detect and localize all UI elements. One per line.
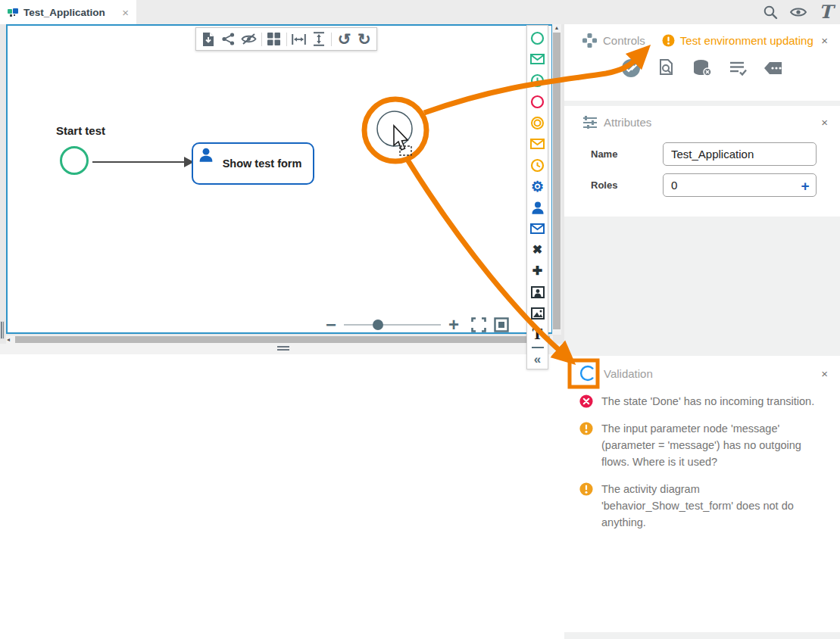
tag-more-icon[interactable] xyxy=(763,58,783,78)
redo-icon[interactable]: ↻ xyxy=(357,31,372,48)
toolbar-divider xyxy=(286,33,287,46)
warning-icon xyxy=(662,34,675,47)
error-icon xyxy=(579,394,593,410)
top-bar: Test_Application × T xyxy=(0,0,840,24)
attributes-close-icon[interactable]: × xyxy=(821,117,828,128)
palette-state-orange-icon[interactable] xyxy=(527,112,548,133)
add-role-button[interactable]: + xyxy=(797,177,813,194)
palette-message-orange-icon[interactable] xyxy=(527,133,548,154)
publish-check-icon[interactable] xyxy=(621,58,641,78)
controls-close-icon[interactable]: × xyxy=(821,35,828,46)
eye-icon[interactable] xyxy=(790,6,807,18)
scroll-up-icon[interactable]: ▲ xyxy=(552,25,561,30)
palette-user-icon[interactable] xyxy=(527,197,548,218)
controls-title: Controls xyxy=(603,34,645,47)
database-reset-icon[interactable] xyxy=(692,58,712,78)
hide-eye-off-icon[interactable] xyxy=(241,31,257,48)
search-icon[interactable] xyxy=(763,5,778,20)
fullscreen-icon[interactable] xyxy=(471,317,486,332)
layout-grid-icon[interactable] xyxy=(267,31,282,48)
right-panel: Controls Test environment updating × xyxy=(564,24,840,639)
tab-title: Test_Application xyxy=(23,7,117,18)
validation-panel: Validation × The state 'Done' has no inc… xyxy=(564,356,840,632)
task-node-show-test-form[interactable]: Show test form xyxy=(192,142,314,185)
palette-state-red-icon[interactable] xyxy=(527,91,548,112)
palette-divider xyxy=(532,347,544,348)
user-task-icon xyxy=(198,148,214,162)
diagram-canvas[interactable]: Start test Show test form ↺ ↻ xyxy=(6,24,553,334)
palette-collapse-icon[interactable]: « xyxy=(527,351,548,367)
toolbar-divider xyxy=(331,33,332,46)
match-width-icon[interactable] xyxy=(292,31,307,48)
warning-icon xyxy=(579,482,593,531)
start-event-node[interactable] xyxy=(60,146,89,175)
validation-title: Validation xyxy=(604,367,653,380)
scroll-left-icon[interactable]: ◂ xyxy=(7,336,10,343)
controls-icon xyxy=(582,33,597,48)
left-panel-grip[interactable] xyxy=(0,321,5,339)
attributes-sliders-icon xyxy=(582,115,598,129)
validation-message-text: The state 'Done' has no incoming transit… xyxy=(601,393,817,410)
vertical-scroll-thumb[interactable] xyxy=(553,33,561,329)
validation-message-row[interactable]: The input parameter node 'message' (para… xyxy=(564,415,840,475)
palette-settings-gear-icon[interactable]: ⚙ xyxy=(527,176,548,197)
roles-field-label: Roles xyxy=(591,179,617,191)
horizontal-scroll-thumb[interactable] xyxy=(15,336,550,343)
validation-close-icon[interactable]: × xyxy=(821,368,828,379)
app-model-icon xyxy=(8,7,18,17)
fit-to-screen-icon[interactable] xyxy=(494,317,509,332)
canvas-horizontal-scrollbar[interactable]: ◂ xyxy=(6,335,553,344)
palette-text-icon[interactable]: T xyxy=(527,324,548,345)
export-download-icon[interactable] xyxy=(201,31,216,48)
attributes-title: Attributes xyxy=(604,116,651,129)
attributes-panel: Attributes × Name Roles + xyxy=(564,106,840,217)
share-icon[interactable] xyxy=(220,31,236,48)
environment-status-text: Test environment updating xyxy=(680,34,813,47)
validation-spinner-icon xyxy=(578,363,598,383)
match-height-icon[interactable] xyxy=(311,31,326,48)
palette-message-blue-icon[interactable] xyxy=(527,218,548,239)
tab-close-icon[interactable]: × xyxy=(122,7,129,18)
checklist-icon[interactable] xyxy=(728,58,748,78)
tab-test-application[interactable]: Test_Application × xyxy=(0,0,136,24)
app-logo[interactable]: T xyxy=(819,3,832,21)
palette-message-teal-icon[interactable] xyxy=(527,48,548,70)
validation-message-row[interactable]: The activity diagram 'behavior_Show_test… xyxy=(564,475,840,536)
horizontal-splitter[interactable] xyxy=(0,344,564,354)
task-label: Show test form xyxy=(214,144,310,183)
splitter-handle-icon[interactable] xyxy=(277,346,289,352)
undo-icon[interactable]: ↺ xyxy=(336,31,351,48)
zoom-controls: − + xyxy=(326,315,529,335)
controls-panel: Controls Test environment updating × xyxy=(564,24,840,101)
palette-state-teal-icon[interactable] xyxy=(527,27,548,48)
bottom-panel xyxy=(0,354,564,639)
canvas-vertical-scrollbar[interactable]: ▲ xyxy=(552,24,561,335)
roles-input[interactable] xyxy=(663,173,817,197)
zoom-out-icon[interactable]: − xyxy=(326,316,336,334)
validation-message-text: The input parameter node 'message' (para… xyxy=(601,420,817,470)
palette-timer-teal-icon[interactable] xyxy=(527,70,548,91)
palette-portrait-icon[interactable] xyxy=(527,282,548,303)
palette-add-plus-icon[interactable]: ✚ xyxy=(527,260,548,282)
warning-icon xyxy=(579,422,593,470)
name-field-label: Name xyxy=(591,148,617,160)
palette-image-icon[interactable] xyxy=(527,303,548,324)
canvas-toolbar: ↺ ↻ xyxy=(195,27,377,51)
zoom-in-icon[interactable]: + xyxy=(448,316,459,334)
palette-delete-x-icon[interactable]: ✖ xyxy=(527,239,548,260)
preview-search-icon[interactable] xyxy=(657,58,676,78)
validation-message-text: The activity diagram 'behavior_Show_test… xyxy=(601,481,817,531)
validation-message-row[interactable]: The state 'Done' has no incoming transit… xyxy=(564,388,840,415)
zoom-slider-knob[interactable] xyxy=(373,320,383,330)
start-event-label: Start test xyxy=(56,124,105,137)
name-input[interactable] xyxy=(663,142,817,166)
element-palette: ⚙ ✖ ✚ T « xyxy=(526,25,548,369)
toolbar-divider xyxy=(261,33,262,46)
palette-timer-orange-icon[interactable] xyxy=(527,154,548,176)
zoom-slider[interactable] xyxy=(344,324,441,326)
